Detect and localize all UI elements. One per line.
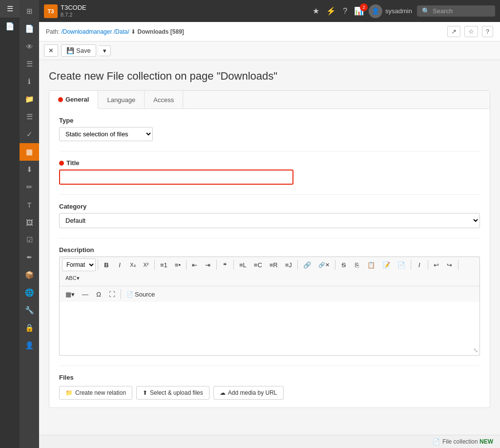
paste-word-button[interactable]: 📄: [394, 258, 409, 271]
subscript-button[interactable]: X₂: [126, 258, 139, 271]
nav-table[interactable]: ▦: [20, 143, 39, 161]
main-sidebar: ☰ 📄: [0, 0, 20, 448]
save-dropdown-button[interactable]: ▼: [99, 45, 111, 56]
paste-text-button[interactable]: 📝: [379, 258, 394, 271]
nav-box[interactable]: 📦: [20, 266, 39, 284]
status-label: File collection: [442, 438, 478, 445]
description-section: Description Format B I X₂: [59, 246, 480, 356]
create-new-relation-button[interactable]: 📁 Create new relation: [59, 386, 132, 400]
nav-view[interactable]: 👁: [20, 38, 39, 55]
flash-icon[interactable]: ⚡: [326, 6, 336, 16]
nav-info[interactable]: ℹ: [20, 73, 39, 90]
nav-globe[interactable]: 🌐: [20, 284, 39, 301]
top-navigation: T3 T3CODE 8.7.2 ★ ⚡ ? 📊 2 👤 sysadmin 🔍 S…: [39, 0, 500, 22]
unlink-button[interactable]: 🔗✕: [315, 258, 333, 271]
path-current: Downloads [589]: [137, 28, 184, 35]
tab-access[interactable]: Access: [145, 91, 183, 108]
blockquote-button[interactable]: ❝: [219, 258, 231, 271]
title-input[interactable]: [59, 170, 293, 185]
path-bar: Path: /Downloadmanager /Data/ ⬇ Download…: [39, 22, 500, 42]
source-label: Source: [135, 291, 155, 298]
type-select[interactable]: Static selection of files Folder based f…: [59, 127, 153, 141]
sep3: [186, 260, 187, 270]
notifications-icon[interactable]: 📊 2: [354, 6, 364, 16]
bookmark-button[interactable]: ☆: [464, 26, 478, 37]
nav-edit-form[interactable]: ✏: [20, 178, 39, 196]
open-new-window-button[interactable]: ↗: [447, 26, 460, 37]
align-justify-button[interactable]: ≡J: [282, 258, 295, 271]
add-media-url-button[interactable]: ☁ Add media by URL: [213, 386, 284, 400]
spellcheck-button[interactable]: ABC▾: [62, 272, 83, 284]
search-box[interactable]: 🔍 Search: [417, 5, 495, 17]
format-select[interactable]: Format: [62, 258, 96, 271]
editor-body[interactable]: ⤡: [59, 302, 480, 356]
source-icon: 📄: [126, 291, 133, 298]
nav-text[interactable]: T: [20, 196, 39, 213]
save-icon: 💾: [66, 47, 74, 54]
path-link-data[interactable]: /Data/: [114, 28, 129, 35]
close-button[interactable]: ✕: [44, 44, 58, 57]
favorites-icon[interactable]: ★: [312, 6, 319, 16]
ordered-list-button[interactable]: ≡1: [157, 258, 171, 271]
create-relation-label: Create new relation: [75, 389, 126, 396]
link-button[interactable]: 🔗: [300, 258, 314, 271]
tab-general[interactable]: General: [49, 91, 98, 109]
path-prefix: Path:: [46, 28, 60, 35]
nav-image[interactable]: 🖼: [20, 213, 39, 231]
italic-button[interactable]: I: [113, 258, 126, 271]
outdent-button[interactable]: ⇤: [188, 258, 201, 271]
help-button[interactable]: ?: [482, 26, 493, 37]
special-char-button[interactable]: Ω: [92, 288, 105, 300]
align-center-button[interactable]: ≡C: [250, 258, 266, 271]
nav-download[interactable]: ⬇: [20, 161, 39, 178]
help-icon[interactable]: ?: [343, 7, 347, 16]
status-bar: 📄 File collection NEW: [39, 435, 500, 448]
nav-wrench[interactable]: 🔧: [20, 301, 39, 319]
nav-check[interactable]: ✓: [20, 126, 39, 143]
divider-4: [59, 365, 480, 366]
add-media-label: Add media by URL: [228, 389, 277, 396]
nav-folder[interactable]: 📁: [20, 90, 39, 108]
paste-button[interactable]: 📋: [364, 258, 378, 271]
strikethrough-button[interactable]: S: [337, 258, 350, 271]
category-select[interactable]: Default: [59, 213, 480, 228]
editor-resize-handle[interactable]: ⤡: [473, 347, 478, 354]
nav-lock[interactable]: 🔒: [20, 319, 39, 337]
indent-button[interactable]: ⇥: [202, 258, 214, 271]
title-label: Title: [59, 159, 480, 167]
nav-dashboard[interactable]: ⊞: [20, 2, 39, 20]
align-right-button[interactable]: ≡R: [266, 258, 281, 271]
files-section: Files 📁 Create new relation ⬆ Select & u…: [59, 374, 480, 400]
save-button[interactable]: 💾 Save: [61, 44, 96, 57]
select-upload-label: Select & upload files: [150, 389, 203, 396]
category-section: Category Default: [59, 203, 480, 228]
nav-pages[interactable]: 📄: [20, 20, 39, 38]
superscript-button[interactable]: X²: [140, 258, 152, 271]
table-button[interactable]: ▦▾: [62, 288, 78, 300]
nav-list2[interactable]: ☰: [20, 108, 39, 126]
horizontal-rule-button[interactable]: —: [79, 288, 92, 300]
notification-badge: 2: [360, 3, 368, 11]
redo-button[interactable]: ↪: [443, 258, 456, 271]
sidebar-menu-icon[interactable]: ☰: [0, 0, 20, 18]
user-menu[interactable]: 👤 sysadmin: [369, 4, 412, 18]
bold-button[interactable]: B: [100, 258, 113, 271]
nav-pencil[interactable]: ✒: [20, 249, 39, 266]
align-left-button[interactable]: ≡L: [236, 258, 250, 271]
select-upload-button[interactable]: ⬆ Select & upload files: [136, 386, 209, 400]
tab-language[interactable]: Language: [98, 91, 145, 108]
maximize-button[interactable]: ⛶: [105, 288, 119, 300]
username-label: sysadmin: [385, 7, 412, 15]
path-link-downloadmanager[interactable]: /Downloadmanager: [61, 28, 112, 35]
sep10: [458, 260, 458, 270]
nav-select[interactable]: ☑: [20, 231, 39, 249]
nav-user[interactable]: 👤: [20, 337, 39, 354]
italic-style-button[interactable]: I: [413, 258, 426, 271]
copy-button[interactable]: ⎘: [351, 258, 363, 271]
undo-button[interactable]: ↩: [430, 258, 443, 271]
nav-list[interactable]: ☰: [20, 55, 39, 73]
source-button[interactable]: 📄 Source: [123, 288, 158, 300]
unordered-list-button[interactable]: ≡•: [171, 258, 184, 271]
sidebar-pages-icon[interactable]: 📄: [0, 18, 20, 35]
files-label: Files: [59, 374, 480, 381]
